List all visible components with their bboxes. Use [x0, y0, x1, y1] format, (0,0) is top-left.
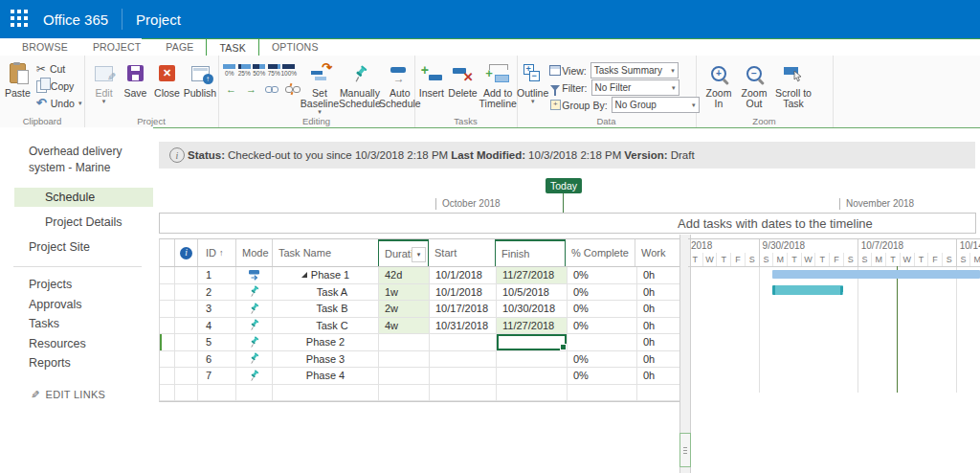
mode-cell[interactable]: [236, 318, 273, 334]
work-cell[interactable]: 0h: [637, 334, 680, 350]
paste-button[interactable]: Paste: [5, 56, 31, 112]
publish-button[interactable]: Publish: [183, 56, 217, 104]
mode-column-header[interactable]: Mode: [236, 239, 273, 266]
info-cell[interactable]: [175, 318, 198, 334]
gantt-bar-task-a[interactable]: [772, 285, 843, 295]
work-cell[interactable]: 0h: [637, 284, 680, 301]
id-cell[interactable]: 5: [198, 334, 236, 350]
timeline-widget[interactable]: Add tasks with dates to the timeline: [159, 213, 976, 234]
tab-project[interactable]: PROJECT: [80, 38, 153, 56]
row-select-cell[interactable]: [160, 284, 175, 301]
pct-complete-cell[interactable]: 0%: [568, 284, 637, 301]
pct-complete-cell[interactable]: 0%: [568, 318, 637, 334]
work-cell[interactable]: 0h: [637, 351, 680, 368]
start-cell[interactable]: [430, 334, 497, 350]
duration-cell[interactable]: 42d: [379, 267, 430, 283]
start-cell[interactable]: [430, 368, 497, 384]
sidebar-item-approvals[interactable]: Approvals: [0, 295, 153, 315]
info-cell[interactable]: [175, 267, 198, 283]
percent-0-button[interactable]: 0%: [222, 61, 237, 77]
start-cell[interactable]: 10/17/2018: [430, 301, 497, 317]
sidebar-project-title[interactable]: Overhead delivery system - Marine: [29, 144, 144, 176]
app-launcher-icon[interactable]: [11, 10, 30, 29]
zoom-out-button[interactable]: − Zoom Out: [736, 56, 772, 109]
start-cell[interactable]: [430, 385, 497, 401]
sidebar-item-project-site[interactable]: Project Site: [0, 237, 153, 257]
task-name-cell[interactable]: [273, 385, 379, 401]
task-name-cell[interactable]: Phase 1: [273, 267, 379, 283]
tab-options[interactable]: OPTIONS: [259, 38, 331, 56]
unlink-tasks-button[interactable]: [282, 80, 301, 97]
fill-handle[interactable]: [560, 344, 567, 350]
outline-button[interactable]: +− Outline ▾: [517, 56, 548, 113]
percent-75-button[interactable]: 75%: [267, 61, 282, 77]
collapse-triangle-icon[interactable]: [301, 272, 307, 278]
work-cell[interactable]: [637, 385, 680, 401]
product-title[interactable]: Project: [136, 11, 181, 28]
finish-cell[interactable]: [497, 368, 568, 384]
sidebar-item-schedule[interactable]: Schedule: [14, 188, 153, 207]
start-column-header[interactable]: Start: [429, 239, 496, 266]
outdent-button[interactable]: ←: [222, 80, 240, 97]
work-column-header[interactable]: Work: [635, 239, 679, 266]
task-name-cell[interactable]: Phase 4: [273, 368, 379, 384]
percent-25-button[interactable]: 25%: [237, 61, 253, 77]
cut-button[interactable]: ✂Cut: [36, 60, 82, 78]
gantt-bar-phase-1[interactable]: [772, 270, 980, 279]
pct-complete-cell[interactable]: 0%: [568, 267, 637, 283]
scroll-to-task-button[interactable]: Scroll to Task: [772, 56, 814, 109]
mode-cell[interactable]: [236, 267, 273, 283]
undo-button[interactable]: ↶Undo▾: [36, 95, 82, 112]
info-cell[interactable]: [175, 368, 198, 384]
edit-links-button[interactable]: ✎ EDIT LINKS: [31, 389, 153, 401]
row-select-cell[interactable]: [160, 318, 175, 334]
tab-browse[interactable]: BROWSE: [10, 38, 80, 56]
link-tasks-button[interactable]: [262, 80, 280, 97]
work-cell[interactable]: 0h: [637, 301, 680, 317]
id-cell[interactable]: 3: [198, 301, 236, 317]
duration-dropdown-button[interactable]: ▾: [412, 247, 426, 262]
group-by-dropdown[interactable]: No Group▾: [612, 97, 700, 113]
mode-cell[interactable]: [236, 334, 273, 350]
splitter-handle[interactable]: [679, 433, 691, 467]
row-select-cell[interactable]: [160, 368, 175, 384]
start-cell[interactable]: 10/1/2018: [430, 284, 497, 301]
id-cell[interactable]: [198, 385, 236, 401]
tab-task[interactable]: TASK: [206, 38, 258, 56]
copy-button[interactable]: Copy: [36, 78, 82, 95]
zoom-in-button[interactable]: + Zoom In: [702, 56, 736, 109]
id-cell[interactable]: 4: [198, 318, 236, 334]
sidebar-item-projects[interactable]: Projects: [0, 275, 153, 295]
row-select-cell[interactable]: [160, 351, 175, 368]
task-name-cell[interactable]: Task C: [273, 318, 379, 334]
duration-cell[interactable]: 1w: [379, 284, 430, 301]
indent-button[interactable]: →: [242, 80, 260, 97]
finish-cell[interactable]: [497, 334, 568, 350]
info-cell[interactable]: [175, 334, 198, 350]
pct-complete-cell[interactable]: 0%: [568, 351, 637, 368]
task-name-cell[interactable]: Task B: [273, 301, 379, 317]
pct-complete-cell[interactable]: 0%: [568, 368, 637, 384]
finish-cell[interactable]: 10/30/2018: [497, 301, 568, 317]
finish-cell[interactable]: 10/5/2018: [497, 284, 568, 301]
duration-cell[interactable]: [379, 385, 430, 401]
duration-cell[interactable]: [379, 351, 430, 368]
pct-complete-cell[interactable]: 0%: [568, 301, 637, 317]
finish-cell[interactable]: 11/27/2018: [497, 267, 568, 283]
sidebar-item-project-details[interactable]: Project Details: [0, 213, 153, 232]
duration-cell[interactable]: 4w: [379, 318, 430, 334]
delete-button[interactable]: ✕ Delete: [447, 56, 479, 109]
finish-column-header[interactable]: Finish: [495, 239, 566, 266]
info-cell[interactable]: [175, 301, 198, 317]
id-cell[interactable]: 7: [198, 368, 236, 384]
percent-100-button[interactable]: 100%: [281, 61, 297, 77]
mode-cell[interactable]: [236, 284, 273, 301]
filter-dropdown[interactable]: No Filter▾: [591, 79, 679, 96]
start-cell[interactable]: 10/1/2018: [430, 267, 497, 283]
duration-column-header[interactable]: Duration ▾: [378, 239, 429, 266]
percent-50-button[interactable]: 50%: [252, 61, 267, 77]
add-to-timeline-button[interactable]: + Add to Timeline: [479, 56, 517, 109]
info-column-header[interactable]: i: [175, 239, 198, 266]
sidebar-item-resources[interactable]: Resources: [0, 334, 153, 354]
start-cell[interactable]: [430, 351, 497, 368]
